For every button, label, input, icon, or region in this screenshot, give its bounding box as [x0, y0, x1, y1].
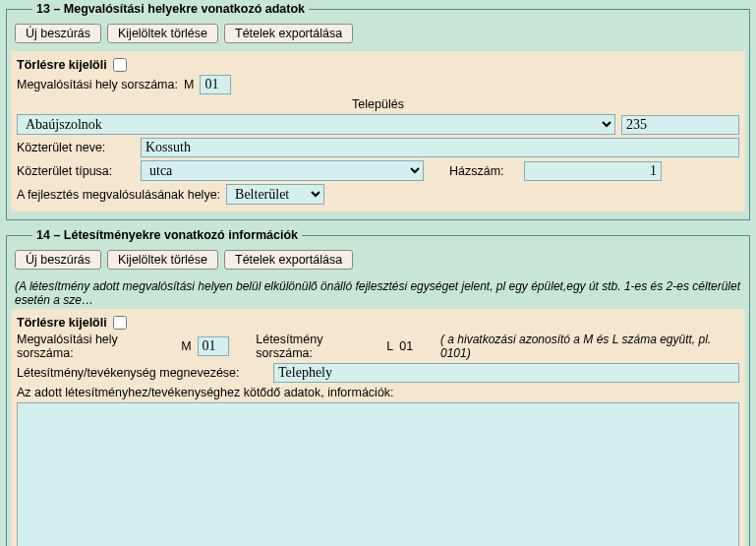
facility-name-label: Létesítmény/tevékenység megnevezése:: [17, 366, 267, 380]
facility-info-textarea[interactable]: [17, 402, 739, 546]
dev-place-label: A fejlesztés megvalósulásának helye:: [17, 188, 220, 202]
street-name-label: Közterület neve:: [17, 141, 135, 154]
house-no-label: Házszám:: [449, 164, 518, 178]
ref-note: ( a hivatkozási azonosító a M és L száma…: [440, 333, 739, 360]
facility-info-label: Az adott létesítményhez/tevékenységhez k…: [17, 386, 394, 399]
section-13: 13 – Megvalósítási helyekre vonatkozó ad…: [6, 2, 750, 220]
house-no-input[interactable]: [524, 161, 662, 181]
delete-mark-label: Törlésre kijelöli: [17, 58, 107, 72]
street-type-label: Közterület típusa:: [17, 164, 135, 178]
settlement-select[interactable]: Abaújszolnok: [17, 114, 615, 135]
seq-l-prefix: L: [386, 339, 393, 353]
delete-mark-checkbox[interactable]: [113, 316, 127, 330]
def-note: (A létesítmény adott megvalósítási helye…: [11, 277, 745, 309]
street-name-input[interactable]: [141, 138, 739, 157]
new-button[interactable]: Új beszúrás: [15, 24, 101, 43]
seq-label: Megvalósítási hely sorszáma:: [17, 78, 178, 91]
street-type-select[interactable]: utca: [141, 160, 424, 181]
section-13-legend: 13 – Megvalósítási helyekre vonatkozó ad…: [32, 2, 309, 16]
export-button[interactable]: Tételek exportálása: [224, 250, 353, 270]
section13-body: Törlésre kijelöli Megvalósítási hely sor…: [11, 51, 745, 212]
section13-toolbar: Új beszúrás Kijelöltek törlése Tételek e…: [11, 22, 745, 51]
export-button[interactable]: Tételek exportálása: [224, 24, 353, 43]
seq-m-prefix: M: [181, 339, 191, 353]
new-button[interactable]: Új beszúrás: [15, 250, 101, 270]
seq-m-label: Megvalósítási hely sorszáma:: [17, 333, 175, 360]
section-14: 14 – Létesítményekre vonatkozó informáci…: [6, 228, 750, 546]
delete-mark-label: Törlésre kijelöli: [17, 316, 107, 330]
seq-l-value: 01: [399, 339, 413, 353]
section-14-legend: 14 – Létesítményekre vonatkozó informáci…: [32, 228, 302, 242]
facility-name-input[interactable]: [273, 363, 739, 383]
seq-value-input[interactable]: [200, 75, 231, 94]
section14-body: Törlésre kijelöli Megvalósítási hely sor…: [11, 309, 745, 546]
delete-selected-button[interactable]: Kijelöltek törlése: [107, 250, 218, 270]
delete-mark-checkbox[interactable]: [113, 58, 127, 72]
section14-toolbar: Új beszúrás Kijelöltek törlése Tételek e…: [11, 248, 745, 277]
seq-m-input[interactable]: [198, 336, 229, 356]
settlement-label: Település: [17, 97, 739, 111]
delete-selected-button[interactable]: Kijelöltek törlése: [107, 24, 218, 43]
dev-place-select[interactable]: Belterület: [226, 184, 324, 205]
seq-l-label: Létesítmény sorszáma:: [256, 333, 380, 360]
settlement-code-input[interactable]: [621, 115, 739, 135]
seq-prefix-m: M: [184, 78, 194, 91]
